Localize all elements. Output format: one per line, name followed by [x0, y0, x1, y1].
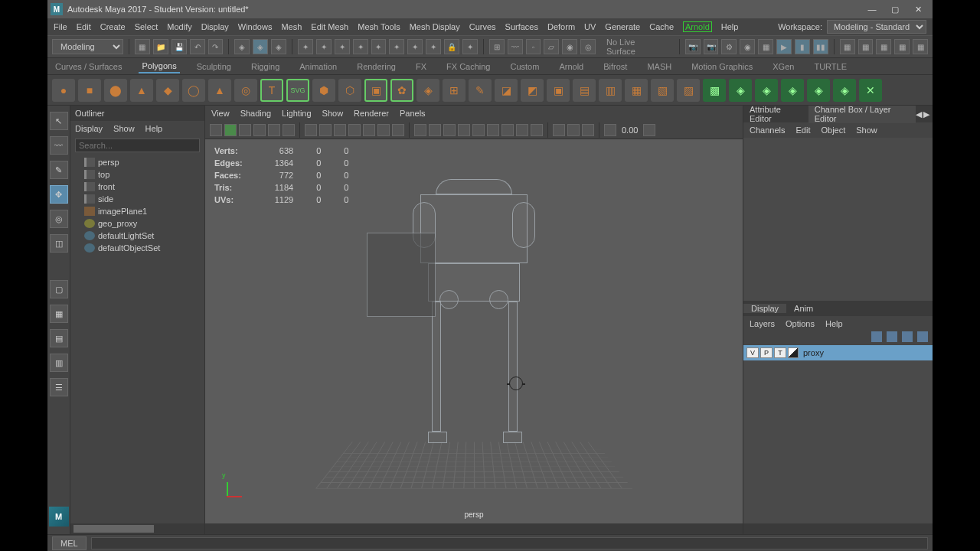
render-settings-button[interactable]: ⚙: [721, 39, 737, 54]
vp-select-camera-button[interactable]: [210, 124, 222, 136]
menu-surfaces[interactable]: Surfaces: [505, 22, 538, 31]
outliner-node-front[interactable]: front: [70, 181, 204, 193]
menu-cache[interactable]: Cache: [649, 22, 674, 31]
right-scrollbar[interactable]: [743, 523, 933, 534]
tab-polygons[interactable]: Polygons: [139, 60, 179, 73]
vp-shadows-button[interactable]: [472, 124, 485, 136]
save-scene-button[interactable]: 💾: [172, 39, 187, 54]
lock-button[interactable]: 🔒: [444, 39, 459, 54]
poly-soccer-button[interactable]: ⬢: [312, 79, 335, 102]
layout-outliner-button[interactable]: ☰: [50, 378, 68, 396]
tab-attribute-editor[interactable]: Attribute Editor: [743, 106, 808, 123]
vp-xray-button[interactable]: [567, 124, 580, 136]
outliner-menu-help[interactable]: Help: [145, 124, 163, 133]
mask-dynamic-button[interactable]: ✦: [389, 39, 404, 54]
menu-deform[interactable]: Deform: [547, 22, 575, 31]
tab-fxcaching[interactable]: FX Caching: [443, 60, 493, 73]
menu-help[interactable]: Help: [721, 22, 739, 31]
tab-motiongraphics[interactable]: Motion Graphics: [688, 60, 756, 73]
vp-textured-button[interactable]: [443, 124, 456, 136]
render-view-button[interactable]: ▦: [758, 39, 773, 54]
highlight-button[interactable]: ✦: [462, 39, 478, 54]
tab-curves[interactable]: Curves / Surfaces: [52, 60, 125, 73]
layer-proxy[interactable]: V P T proxy: [743, 345, 933, 360]
vp-bookmark-button[interactable]: [239, 124, 251, 136]
poly-pipe-button[interactable]: ◎: [234, 79, 257, 102]
poly-gear-button[interactable]: ✿: [390, 79, 413, 102]
vp-menu-panels[interactable]: Panels: [400, 109, 426, 118]
menu-file[interactable]: File: [54, 22, 67, 31]
vp-aa-button[interactable]: [531, 124, 543, 136]
outliner-node-lightset[interactable]: defaultLightSet: [70, 230, 204, 242]
vp-menu-shading[interactable]: Shading: [240, 109, 271, 118]
menu-uv[interactable]: UV: [584, 22, 596, 31]
vp-wireframe-button[interactable]: [414, 124, 426, 136]
tab-prev-icon[interactable]: ◀: [916, 109, 922, 119]
tab-anim-layers[interactable]: Anim: [786, 304, 821, 313]
redo-button[interactable]: ↷: [208, 39, 224, 54]
mode-selector[interactable]: Modeling: [52, 39, 123, 54]
snap-live-button[interactable]: ◉: [562, 39, 577, 54]
minimize-button[interactable]: —: [861, 2, 884, 17]
mirror-button[interactable]: ▩: [703, 79, 726, 102]
outliner-node-side[interactable]: side: [70, 193, 204, 205]
sculpt4-button[interactable]: ◈: [807, 79, 830, 102]
poly-torus-button[interactable]: ◯: [182, 79, 205, 102]
menu-mesh[interactable]: Mesh: [281, 22, 302, 31]
vp-imageplane-button[interactable]: [253, 124, 266, 136]
select-object-button[interactable]: ◈: [253, 39, 268, 54]
menu-modify[interactable]: Modify: [167, 22, 191, 31]
layer-playback-toggle[interactable]: P: [760, 347, 773, 358]
tab-xgen[interactable]: XGen: [769, 60, 797, 73]
vp-grid-button[interactable]: [305, 124, 317, 136]
menu-arnold[interactable]: Arnold: [683, 21, 712, 32]
move-layer-up-button[interactable]: [871, 331, 882, 342]
sculpt6-button[interactable]: ✕: [859, 79, 882, 102]
vp-menu-view[interactable]: View: [211, 109, 230, 118]
vp-lock-camera-button[interactable]: [224, 124, 237, 136]
outliner-node-geoproxy[interactable]: geo_proxy: [70, 217, 204, 230]
vp-field-chart-button[interactable]: [363, 124, 375, 136]
bevel-button[interactable]: ▥: [599, 79, 622, 102]
menu-windows[interactable]: Windows: [238, 22, 273, 31]
layout-three-button[interactable]: ▥: [50, 354, 68, 372]
vp-menu-show[interactable]: Show: [322, 109, 344, 118]
hypershade-button[interactable]: ◉: [740, 39, 755, 54]
tab-rendering[interactable]: Rendering: [354, 60, 399, 73]
menu-create[interactable]: Create: [100, 22, 126, 31]
outliner-scrollbar[interactable]: [70, 523, 204, 534]
vp-safe-action-button[interactable]: [377, 124, 390, 136]
outliner-node-objectset[interactable]: defaultObjectSet: [70, 242, 204, 254]
poly-plane-button[interactable]: ◆: [156, 79, 179, 102]
tab-display-layers[interactable]: Display: [743, 304, 786, 313]
mask-deform-button[interactable]: ✦: [371, 39, 387, 54]
menu-editmesh[interactable]: Edit Mesh: [311, 22, 348, 31]
toggle-render-button[interactable]: ▮: [795, 39, 810, 54]
mask-surface-button[interactable]: ✦: [353, 39, 368, 54]
menu-select[interactable]: Select: [135, 22, 158, 31]
tab-rigging[interactable]: Rigging: [248, 60, 283, 73]
ch-menu-object[interactable]: Object: [821, 126, 845, 135]
mask-misc-button[interactable]: ✦: [426, 39, 441, 54]
viewport-scrollbar[interactable]: [205, 523, 743, 534]
select-component-button[interactable]: ◈: [271, 39, 286, 54]
layer-menu-help[interactable]: Help: [825, 319, 843, 328]
layout-four-button[interactable]: ▦: [50, 305, 68, 323]
outliner-node-persp[interactable]: persp: [70, 156, 204, 168]
outliner-search-input[interactable]: [75, 139, 200, 152]
viewport-canvas[interactable]: Verts:63800 Edges:136400 Faces:77200 Tri…: [205, 139, 743, 523]
make-live-button[interactable]: ◎: [580, 39, 596, 54]
vp-motion-blur-button[interactable]: [501, 124, 514, 136]
new-layer-selected-button[interactable]: [917, 331, 928, 342]
close-button[interactable]: ✕: [906, 2, 929, 17]
vp-xray-joints-button[interactable]: [582, 124, 594, 136]
vp-exposure-button[interactable]: [604, 124, 616, 136]
vp-res-gate-button[interactable]: [334, 124, 346, 136]
vp-menu-lighting[interactable]: Lighting: [282, 109, 312, 118]
extrude-button[interactable]: ▣: [547, 79, 570, 102]
snap-grid-button[interactable]: ⊞: [489, 39, 505, 54]
select-hierarchy-button[interactable]: ◈: [234, 39, 250, 54]
smooth-button[interactable]: ◪: [495, 79, 518, 102]
poly-pyramid-button[interactable]: ▲: [208, 79, 231, 102]
vp-gamma-button[interactable]: [643, 124, 655, 136]
